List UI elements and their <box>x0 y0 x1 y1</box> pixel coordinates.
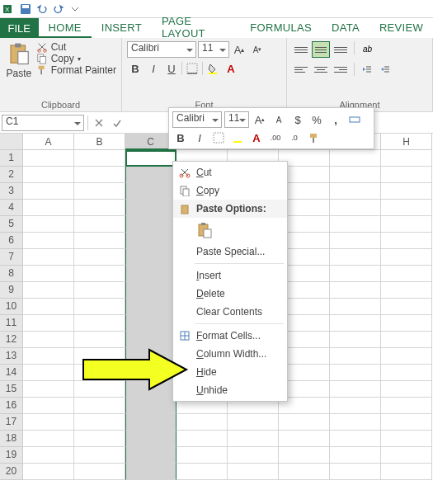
underline-button[interactable]: U <box>163 61 180 76</box>
mini-accounting-icon[interactable]: $ <box>289 112 306 127</box>
cell[interactable] <box>330 282 381 299</box>
orientation-button[interactable]: ab <box>359 41 375 56</box>
cell[interactable] <box>279 464 330 480</box>
mini-increase-font-icon[interactable]: A▴ <box>252 112 268 127</box>
font-color-button[interactable]: A <box>223 61 239 76</box>
cell[interactable] <box>74 150 125 167</box>
cell[interactable] <box>228 464 279 480</box>
cell[interactable] <box>125 150 176 167</box>
cell[interactable] <box>74 266 125 282</box>
cell[interactable] <box>125 167 176 183</box>
increase-indent-button[interactable] <box>377 62 393 77</box>
mini-comma-icon[interactable]: , <box>327 112 344 127</box>
ctx-clear-contents[interactable]: Clear Contents <box>173 303 287 321</box>
cancel-icon[interactable] <box>92 115 106 130</box>
cell[interactable] <box>125 200 176 216</box>
row-header[interactable]: 9 <box>0 282 23 299</box>
mini-merge-icon[interactable] <box>346 112 363 127</box>
cell[interactable] <box>228 447 279 464</box>
cell[interactable] <box>125 398 176 414</box>
undo-button[interactable] <box>35 2 49 16</box>
cell[interactable] <box>23 167 74 183</box>
cell[interactable] <box>74 233 125 249</box>
row-header[interactable]: 11 <box>0 315 23 332</box>
row-header[interactable]: 18 <box>0 431 23 447</box>
tab-review[interactable]: REVIEW <box>369 18 433 38</box>
align-right-button[interactable] <box>332 61 350 78</box>
mini-bold-button[interactable]: B <box>172 130 189 145</box>
cell[interactable] <box>330 299 381 315</box>
cell[interactable] <box>125 299 176 315</box>
cell[interactable] <box>381 183 432 200</box>
cell[interactable] <box>23 150 74 167</box>
cell[interactable] <box>125 315 176 332</box>
cell[interactable] <box>125 249 176 266</box>
cell[interactable] <box>176 464 228 480</box>
cell[interactable] <box>330 398 381 414</box>
tab-formulas[interactable]: FORMULAS <box>240 18 322 38</box>
cell[interactable] <box>381 381 432 398</box>
mini-decrease-decimal-icon[interactable]: .00 <box>267 130 284 145</box>
cell[interactable] <box>74 447 125 464</box>
cell[interactable] <box>381 216 432 233</box>
row-header[interactable]: 3 <box>0 183 23 200</box>
cell[interactable] <box>330 381 381 398</box>
cell[interactable] <box>74 282 125 299</box>
cell[interactable] <box>23 233 74 249</box>
decrease-font-icon[interactable]: A▾ <box>249 42 266 57</box>
font-name-select[interactable]: Calibri <box>127 41 196 58</box>
cell[interactable] <box>330 233 381 249</box>
cell[interactable] <box>381 266 432 282</box>
cell[interactable] <box>381 365 432 381</box>
cell[interactable] <box>74 299 125 315</box>
row-header[interactable]: 1 <box>0 150 23 167</box>
increase-font-icon[interactable]: A▴ <box>231 42 247 57</box>
cell[interactable] <box>125 282 176 299</box>
ctx-insert[interactable]: Insert <box>173 266 287 285</box>
cell[interactable] <box>330 249 381 266</box>
row-header[interactable]: 5 <box>0 216 23 233</box>
cell[interactable] <box>125 216 176 233</box>
qat-customize-icon[interactable] <box>68 2 82 16</box>
row-header[interactable]: 13 <box>0 348 23 365</box>
cell[interactable] <box>176 414 228 431</box>
name-box[interactable]: C1 <box>2 115 84 131</box>
cell[interactable] <box>330 183 381 200</box>
ctx-delete[interactable]: Delete <box>173 285 287 303</box>
format-painter-button[interactable]: Format Painter <box>36 64 116 76</box>
cell[interactable] <box>330 200 381 216</box>
mini-borders-button[interactable] <box>210 130 227 145</box>
mini-fill-color-button[interactable] <box>229 130 246 145</box>
mini-font-color-button[interactable]: A <box>248 130 265 145</box>
select-all-corner[interactable] <box>0 134 23 150</box>
cell[interactable] <box>330 315 381 332</box>
row-header[interactable]: 16 <box>0 398 23 414</box>
cell[interactable] <box>381 282 432 299</box>
cell[interactable] <box>330 150 381 167</box>
cell[interactable] <box>74 464 125 480</box>
cell[interactable] <box>330 431 381 447</box>
cell[interactable] <box>125 447 176 464</box>
cell[interactable] <box>74 216 125 233</box>
cell[interactable] <box>23 249 74 266</box>
row-header[interactable]: 12 <box>0 332 23 348</box>
cell[interactable] <box>74 431 125 447</box>
cell[interactable] <box>381 332 432 348</box>
cell[interactable] <box>74 200 125 216</box>
cell[interactable] <box>74 249 125 266</box>
cell[interactable] <box>381 431 432 447</box>
copy-button[interactable]: Copy ▾ <box>36 53 116 64</box>
cell[interactable] <box>23 282 74 299</box>
cell[interactable] <box>279 431 330 447</box>
cell[interactable] <box>330 167 381 183</box>
cell[interactable] <box>330 464 381 480</box>
row-header[interactable]: 10 <box>0 299 23 315</box>
mini-font-name[interactable]: Calibri <box>172 111 222 128</box>
cell[interactable] <box>23 381 74 398</box>
cell[interactable] <box>381 315 432 332</box>
font-size-select[interactable]: 11 <box>198 41 229 58</box>
ctx-copy[interactable]: Copy <box>173 181 287 200</box>
italic-button[interactable]: I <box>145 61 162 76</box>
cell[interactable] <box>228 431 279 447</box>
row-header[interactable]: 17 <box>0 414 23 431</box>
